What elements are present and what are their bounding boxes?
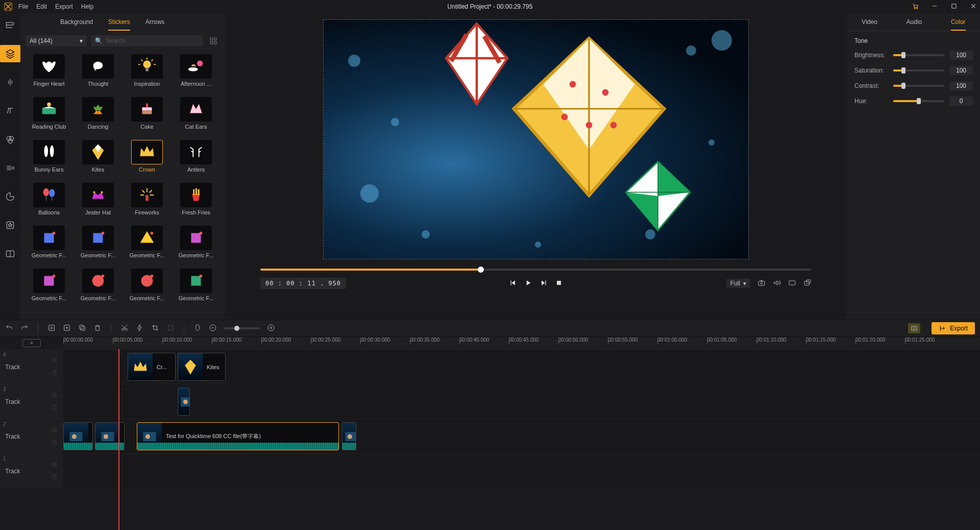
timeline-clip[interactable]: Test for Quicktime 608 CC file(带字幕) xyxy=(137,422,339,450)
hue-value[interactable]: 0 xyxy=(949,97,973,106)
timeline-clip[interactable] xyxy=(342,422,356,450)
minimize-button[interactable] xyxy=(931,3,938,11)
contrast-value[interactable]: 100 xyxy=(949,81,973,90)
eye-icon[interactable] xyxy=(51,426,58,435)
add-icon[interactable] xyxy=(63,324,71,333)
sticker-finger-heart[interactable]: Finger Heart xyxy=(26,54,72,95)
sticker-jester-hat[interactable]: Jester Hat xyxy=(75,183,121,224)
brightness-value[interactable]: 100 xyxy=(949,51,973,60)
sticker-geometric-f-[interactable]: Geometric F... xyxy=(124,226,170,267)
slider-handle[interactable] xyxy=(917,98,921,104)
rotate-icon[interactable] xyxy=(166,324,175,333)
aspect-icon[interactable] xyxy=(788,279,796,288)
sticker-balloons[interactable]: Balloons xyxy=(26,183,72,224)
saturation-value[interactable]: 100 xyxy=(949,66,973,75)
lock-icon[interactable] xyxy=(51,369,58,377)
rail-split-icon[interactable] xyxy=(0,245,20,262)
sticker-geometric-f-[interactable]: Geometric F... xyxy=(75,226,121,267)
preview-canvas[interactable] xyxy=(323,19,749,259)
tab-video[interactable]: Video xyxy=(862,18,877,31)
copy-icon[interactable] xyxy=(78,324,86,333)
sticker-fresh-fries[interactable]: Fresh Fries xyxy=(173,183,219,224)
rail-filters-icon[interactable] xyxy=(0,131,20,148)
lock-icon[interactable] xyxy=(51,403,58,412)
rail-overlay-icon[interactable] xyxy=(0,188,20,205)
menu-export[interactable]: Export xyxy=(55,3,73,10)
sticker-crown[interactable]: Crown xyxy=(124,140,170,181)
volume-icon[interactable] xyxy=(773,279,781,288)
sticker-bunny-ears[interactable]: Bunny Ears xyxy=(26,140,72,181)
eye-icon[interactable] xyxy=(51,357,58,366)
slider-handle[interactable] xyxy=(901,67,905,74)
detach-icon[interactable] xyxy=(803,279,812,288)
menu-file[interactable]: File xyxy=(18,3,28,10)
sticker-geometric-f-[interactable]: Geometric F... xyxy=(124,269,170,309)
marker-icon[interactable] xyxy=(193,324,202,333)
track-body[interactable] xyxy=(63,384,980,419)
eye-icon[interactable] xyxy=(51,392,58,400)
sticker-geometric-f-[interactable]: Geometric F... xyxy=(26,226,72,267)
sticker-cat-ears[interactable]: Cat Ears xyxy=(173,97,219,138)
auto-fit-icon[interactable] xyxy=(908,323,920,333)
playhead[interactable] xyxy=(118,349,119,530)
track-body[interactable] xyxy=(63,454,980,488)
timeline-clip[interactable]: Kites xyxy=(178,353,226,381)
preview-size-select[interactable]: Full▾ xyxy=(726,279,750,288)
contrast-slider[interactable] xyxy=(893,85,944,87)
prev-frame-button[interactable] xyxy=(509,279,517,288)
maximize-button[interactable] xyxy=(950,3,958,11)
rail-transitions-icon[interactable] xyxy=(0,159,20,177)
filter-dropdown[interactable]: All (144) ▾ xyxy=(26,35,87,46)
timeline-clip[interactable] xyxy=(178,388,190,416)
lock-icon[interactable] xyxy=(51,473,58,481)
sticker-kites[interactable]: Kites xyxy=(75,140,121,181)
timeline-ruler[interactable]: 00:00:00.00000:00:05.00000:00:10.00000:0… xyxy=(63,337,980,349)
timeline-clip[interactable] xyxy=(63,422,93,450)
sticker-geometric-f-[interactable]: Geometric F... xyxy=(173,226,219,267)
delete-icon[interactable] xyxy=(93,324,102,333)
select-icon[interactable] xyxy=(47,324,56,333)
sticker-cake[interactable]: Cake xyxy=(124,97,170,138)
zoom-slider[interactable] xyxy=(224,327,260,329)
redo-icon[interactable] xyxy=(20,324,29,333)
stop-button[interactable] xyxy=(555,279,563,288)
rail-layers-icon[interactable] xyxy=(0,45,20,62)
zoom-out-icon[interactable] xyxy=(209,324,217,333)
close-button[interactable] xyxy=(970,3,977,11)
cut-icon[interactable] xyxy=(120,324,129,333)
tab-background[interactable]: Background xyxy=(60,18,93,31)
slider-handle[interactable] xyxy=(901,52,905,58)
sticker-reading-club[interactable]: Reading Club xyxy=(26,97,72,138)
zoom-handle[interactable] xyxy=(234,326,239,331)
tab-stickers[interactable]: Stickers xyxy=(108,18,130,31)
play-button[interactable] xyxy=(524,279,532,288)
undo-icon[interactable] xyxy=(5,324,13,333)
sticker-dancing[interactable]: Dancing xyxy=(75,97,121,138)
rail-media-icon[interactable] xyxy=(0,16,20,34)
slider-handle[interactable] xyxy=(901,83,905,89)
sticker-geometric-f-[interactable]: Geometric F... xyxy=(173,269,219,309)
export-button[interactable]: Export xyxy=(932,322,975,334)
track-body[interactable]: Test for Quicktime 608 CC file(带字幕) xyxy=(63,419,980,453)
rail-text-icon[interactable] xyxy=(0,102,20,119)
search-input[interactable]: 🔍 Search xyxy=(91,35,203,46)
cart-icon[interactable] xyxy=(912,3,919,11)
brightness-slider[interactable] xyxy=(893,54,944,56)
sticker-thought[interactable]: Thought xyxy=(75,54,121,95)
tab-color[interactable]: Color xyxy=(951,18,966,31)
zoom-in-icon[interactable] xyxy=(267,324,275,333)
crop-icon[interactable] xyxy=(151,324,159,333)
rail-elements-icon[interactable] xyxy=(0,216,20,234)
sticker-afternoon-[interactable]: Afternoon ... xyxy=(173,54,219,95)
hue-slider[interactable] xyxy=(893,100,944,102)
preview-seekbar[interactable] xyxy=(260,269,812,271)
track-body[interactable]: Cr...Kites xyxy=(63,350,980,384)
timeline-clip[interactable]: Cr... xyxy=(128,353,176,381)
sticker-geometric-f-[interactable]: Geometric F... xyxy=(75,269,121,309)
tab-arrows[interactable]: Arrows xyxy=(145,18,164,31)
lock-icon[interactable] xyxy=(51,438,58,447)
sticker-inspiration[interactable]: Inspiration xyxy=(124,54,170,95)
snapshot-icon[interactable] xyxy=(757,279,766,288)
sticker-antlers[interactable]: Antlers xyxy=(173,140,219,181)
add-track-button[interactable]: + xyxy=(22,339,41,347)
